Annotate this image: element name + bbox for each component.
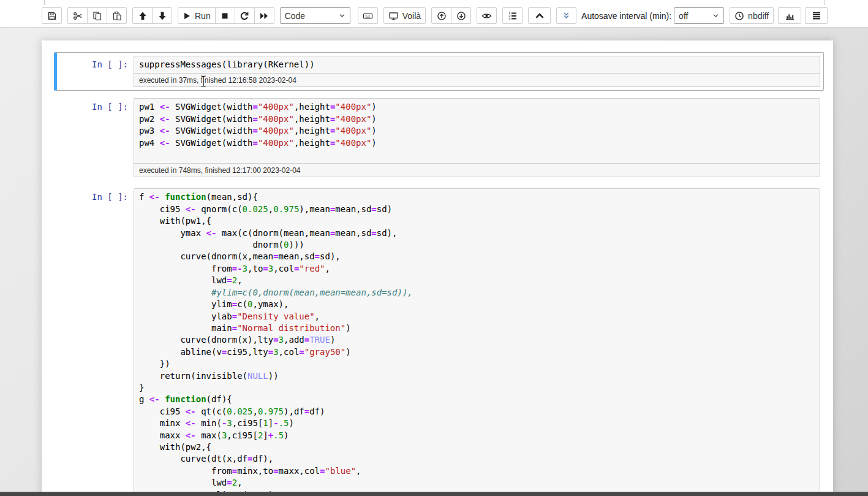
scroll-to-top-button[interactable] (431, 7, 451, 24)
expand-group (556, 7, 576, 24)
code-editor[interactable]: suppressMessages(library(RKernel)) (134, 56, 820, 74)
scroll-group (431, 7, 471, 24)
autosave-value: off (679, 11, 688, 21)
scroll-to-bottom-icon (456, 11, 466, 21)
code-cell-1[interactable]: In [ ]: suppressMessages(library(RKernel… (54, 52, 824, 91)
run-group: Run (178, 7, 274, 24)
code-editor[interactable]: pw1 <- SVGWidget(width="400px",height="4… (134, 98, 820, 164)
notebook-container: In [ ]: suppressMessages(library(RKernel… (42, 40, 833, 496)
benchmark-button[interactable] (778, 7, 801, 24)
voila-button-label: Voilà (402, 11, 421, 21)
eye-icon (481, 11, 492, 21)
keyboard-icon (363, 11, 373, 21)
cell-list-button[interactable] (805, 7, 828, 24)
chevron-up-icon (535, 12, 545, 20)
svg-text:3: 3 (508, 17, 510, 20)
nbdiff-button[interactable]: nbdiff (730, 7, 774, 24)
visibility-group (477, 7, 497, 24)
window-bottom-edge (0, 492, 868, 496)
run-button[interactable]: Run (178, 7, 216, 24)
run-button-label: Run (195, 11, 211, 21)
move-cell-up-icon (138, 11, 148, 21)
notebook-toolbar: Run Code (0, 0, 868, 28)
list-lines-icon (812, 11, 821, 20)
nbdiff-button-label: nbdiff (748, 11, 769, 21)
run-all-button[interactable] (254, 7, 274, 24)
move-cell-down-icon (157, 11, 167, 21)
toc-group: 123 (502, 7, 523, 24)
header-divider-right (824, 0, 825, 5)
execute-time-badge: executed in 37ms, finished 12:16:58 2023… (134, 73, 820, 87)
text-cursor-pointer (200, 75, 207, 90)
code-cell-2[interactable]: In [ ]: pw1 <- SVGWidget(width="400px",h… (54, 94, 824, 181)
save-button[interactable] (42, 7, 62, 24)
run-icon (183, 12, 191, 20)
chart-group (778, 7, 801, 24)
list-group (805, 7, 828, 24)
copy-icon (92, 11, 102, 21)
expand-heading-button[interactable] (556, 7, 576, 24)
numbered-list-icon: 123 (508, 11, 518, 21)
autosave-select[interactable]: off (674, 7, 724, 24)
save-group (42, 7, 62, 24)
voila-group: Voilà (383, 7, 426, 24)
cut-icon (73, 11, 83, 21)
paste-icon (112, 11, 122, 21)
run-all-icon (259, 11, 269, 21)
copy-button[interactable] (87, 7, 107, 24)
chevron-down-icon (339, 12, 345, 19)
interrupt-kernel-button[interactable] (215, 7, 235, 24)
cut-button[interactable] (67, 7, 88, 24)
move-cell-down-button[interactable] (152, 7, 172, 24)
cell-prompt: In [ ]: (57, 188, 134, 496)
autosave-label: Autosave interval (min): (581, 11, 671, 21)
collapse-heading-button[interactable] (528, 7, 551, 24)
restart-kernel-icon (240, 11, 249, 21)
code-editor[interactable]: f <- function(mean,sd){ ci95 <- qnorm(c(… (134, 188, 820, 496)
clipboard-group (67, 7, 127, 24)
cell-type-value: Code (285, 11, 305, 21)
double-chevron-down-icon (562, 11, 571, 20)
chevron-down-icon (712, 12, 719, 19)
toggle-visibility-button[interactable] (477, 7, 497, 24)
bar-chart-icon (785, 11, 795, 21)
scroll-to-bottom-button[interactable] (451, 7, 471, 24)
cell-prompt: In [ ]: (57, 98, 134, 177)
header-divider-left (44, 0, 45, 5)
paste-button[interactable] (107, 7, 127, 24)
move-group (132, 7, 172, 24)
cell-prompt: In [ ]: (57, 56, 134, 87)
restart-kernel-button[interactable] (235, 7, 255, 24)
stop-icon (220, 11, 230, 21)
clock-icon (734, 11, 744, 21)
nbdiff-group: nbdiff (730, 7, 774, 24)
table-of-contents-button[interactable]: 123 (502, 7, 523, 24)
collapse-group (528, 7, 551, 24)
notebook-workspace: In [ ]: suppressMessages(library(RKernel… (0, 28, 868, 496)
scroll-to-top-icon (437, 11, 447, 21)
cell-type-select[interactable]: Code (280, 7, 350, 24)
save-icon (47, 11, 57, 21)
code-cell-3[interactable]: In [ ]: f <- function(mean,sd){ ci95 <- … (54, 185, 824, 496)
execute-time-badge: executed in 748ms, finished 12:17:00 202… (134, 163, 820, 177)
move-cell-up-button[interactable] (132, 7, 153, 24)
monitor-icon (388, 11, 399, 21)
keyboard-group (358, 7, 378, 24)
command-palette-button[interactable] (358, 7, 378, 24)
voila-button[interactable]: Voilà (383, 7, 426, 24)
